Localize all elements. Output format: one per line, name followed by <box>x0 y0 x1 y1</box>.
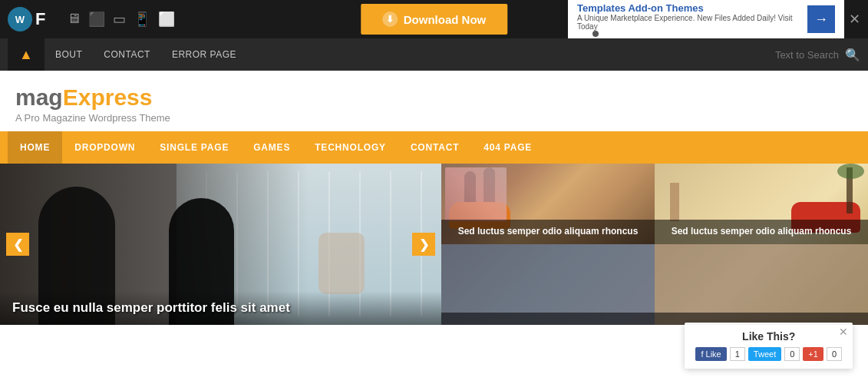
side-cards: Sed luctus semper odio aliquam rhoncus S… <box>441 164 868 325</box>
logo-mag: mag <box>15 84 63 110</box>
search-icon[interactable]: 🔍 <box>845 48 860 62</box>
download-button-wrapper: ⬇ Download Now <box>361 4 508 35</box>
side-card-1-caption: Sed luctus semper odio aliquam rhoncus <box>441 220 655 244</box>
side-card-1[interactable]: Sed luctus semper odio aliquam rhoncus <box>441 164 655 244</box>
side-card-2[interactable]: Sed luctus semper odio aliquam rhoncus <box>655 164 868 244</box>
nav-item-games[interactable]: GAMES <box>241 131 302 164</box>
wordpress-icon: W <box>8 7 32 31</box>
social-bar: ✕ Like This? f Like 1 Tweet 0 +1 0 <box>685 323 853 325</box>
nav-link-bout[interactable]: BOUT <box>45 49 93 60</box>
ad-banner-text: Templates Add-on Themes A Unique Marketp… <box>577 2 800 31</box>
slider-prev-button[interactable]: ❮ <box>6 233 29 256</box>
wpf-logo: W F <box>8 7 45 31</box>
ad-desc: A Unique Marketplace Experience. New Fil… <box>577 14 800 31</box>
nav-item-dropdown[interactable]: DROPDOWN <box>62 131 147 164</box>
side-card-2-caption: Sed luctus semper odio aliquam rhoncus <box>655 220 868 244</box>
ad-dots <box>583 31 800 37</box>
side-card-3[interactable] <box>441 244 655 325</box>
ad-arrow-button[interactable]: → <box>807 5 835 33</box>
desktop-icon[interactable]: 🖥 <box>67 11 81 28</box>
nav-item-single-page[interactable]: SINGLE PAGE <box>147 131 241 164</box>
logo-tagline: A Pro Magazine Wordpress Theme <box>15 112 853 124</box>
close-icon[interactable]: ✕ <box>849 11 860 28</box>
download-now-button[interactable]: ⬇ Download Now <box>361 4 508 35</box>
main-nav: HOME DROPDOWN SINGLE PAGE GAMES TECHNOLO… <box>0 131 868 164</box>
nav-item-technology[interactable]: TECHNOLOGY <box>302 131 398 164</box>
side-row-bottom <box>441 244 868 325</box>
wpf-text: F <box>35 9 45 29</box>
ad-title: Templates Add-on Themes <box>577 2 800 14</box>
small-screen-icon[interactable]: ⬜ <box>158 11 175 28</box>
logo-area: magExpress A Pro Magazine Wordpress Them… <box>0 71 868 131</box>
tablet-portrait-icon[interactable]: ▭ <box>113 11 126 28</box>
ad-dot-2[interactable] <box>592 31 599 37</box>
download-label: Download Now <box>404 13 487 26</box>
mobile-icon[interactable]: 📱 <box>134 11 150 28</box>
search-input[interactable] <box>731 49 839 61</box>
download-icon: ⬇ <box>382 12 398 27</box>
tablet-landscape-icon[interactable]: ⬛ <box>88 11 105 28</box>
up-arrow-icon: ▲ <box>19 47 33 63</box>
secondary-nav-bar: ▲ BOUT CONTACT ERROR PAGE 🔍 <box>0 38 868 71</box>
site-logo: magExpress <box>15 84 853 111</box>
logo-express: Express <box>63 84 153 110</box>
side-card-3-caption <box>441 313 655 325</box>
secondary-nav-links: BOUT CONTACT ERROR PAGE <box>45 49 247 60</box>
nav-link-error-page[interactable]: ERROR PAGE <box>161 49 247 60</box>
device-icons: 🖥 ⬛ ▭ 📱 ⬜ <box>67 11 175 28</box>
ad-banner: Templates Add-on Themes A Unique Marketp… <box>568 0 844 38</box>
nav-item-home[interactable]: HOME <box>8 131 62 164</box>
search-area: 🔍 <box>731 48 860 62</box>
ad-dot-1[interactable] <box>583 31 589 37</box>
content-area: Fusce eu nulla semper porttitor felis si… <box>0 164 868 325</box>
nav-link-contact[interactable]: CONTACT <box>93 49 161 60</box>
slider-caption: Fusce eu nulla semper porttitor felis si… <box>0 291 441 325</box>
object-placeholder <box>318 233 365 294</box>
wp-letter: W <box>15 14 25 25</box>
main-slider: Fusce eu nulla semper porttitor felis si… <box>0 164 441 325</box>
nav-item-contact[interactable]: CONTACT <box>398 131 471 164</box>
top-ad-bar: W F 🖥 ⬛ ▭ 📱 ⬜ ⬇ Download Now Templates A… <box>0 0 868 38</box>
slider-next-button[interactable]: ❯ <box>412 233 435 256</box>
side-row-top: Sed luctus semper odio aliquam rhoncus S… <box>441 164 868 244</box>
nav-item-404-page[interactable]: 404 PAGE <box>471 131 544 164</box>
side-card-4[interactable] <box>655 244 868 325</box>
nav-up-button[interactable]: ▲ <box>8 38 45 71</box>
